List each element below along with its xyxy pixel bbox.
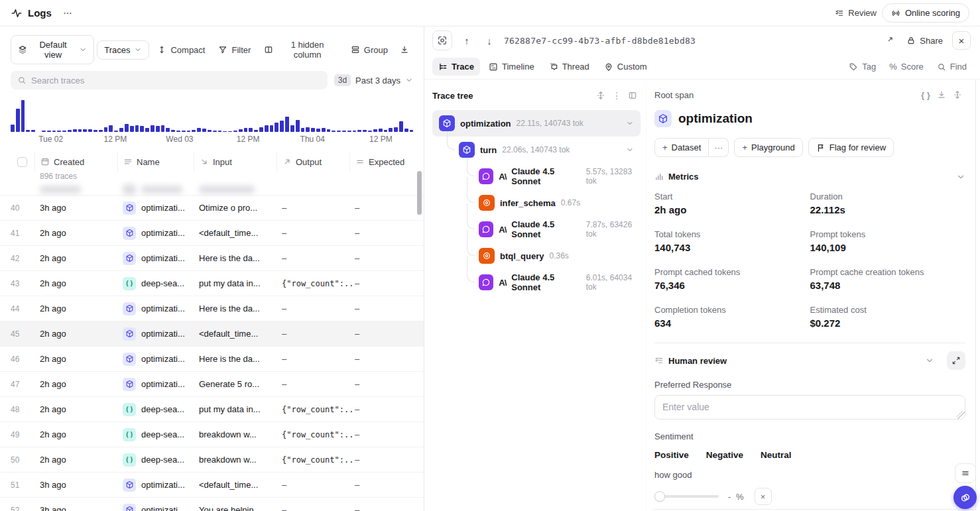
table-row[interactable]: 412h agooptimizati...<default_time...–– xyxy=(0,220,424,245)
histogram-bar[interactable] xyxy=(389,128,393,132)
histogram-bar[interactable] xyxy=(327,129,331,132)
sentiment-positive-button[interactable]: Positive xyxy=(654,450,689,460)
histogram-bar[interactable] xyxy=(73,129,77,132)
histogram-bar[interactable] xyxy=(182,131,186,132)
search-input[interactable] xyxy=(31,76,321,85)
histogram-bar[interactable] xyxy=(11,125,15,132)
histogram-bar[interactable] xyxy=(322,128,326,132)
histogram-bar[interactable] xyxy=(156,126,160,132)
mode-selector[interactable]: Traces xyxy=(97,40,149,60)
table-row[interactable]: 472h agooptimizati...Generate 5 ro...–– xyxy=(0,371,424,396)
slider-knob[interactable] xyxy=(654,491,665,502)
open-playground-button[interactable]: + Playground xyxy=(734,138,802,157)
table-scrollbar[interactable] xyxy=(417,171,422,215)
span-row-optimization[interactable]: optimization22.11s, 140743 tok xyxy=(432,110,641,137)
find-button[interactable]: Find xyxy=(932,58,972,75)
table-row[interactable]: 482h ago()deep-sea...put my data in...{"… xyxy=(0,396,424,422)
hidden-columns-button[interactable]: 1 hidden column xyxy=(259,36,343,63)
group-button[interactable]: Group xyxy=(345,42,393,58)
preferred-response-input[interactable] xyxy=(654,395,965,420)
histogram-bar[interactable] xyxy=(254,130,258,132)
span-row-btql-query[interactable]: btql_query0.36s xyxy=(432,243,641,269)
table-row[interactable]: 513h agooptimizati...<default_time...–– xyxy=(0,472,424,497)
table-row[interactable]: 502h ago()deep-sea...breakdown w...{"row… xyxy=(0,447,424,472)
floating-menu-button[interactable] xyxy=(955,463,976,483)
histogram-bar[interactable] xyxy=(166,128,170,132)
histogram-bar[interactable] xyxy=(62,131,66,132)
histogram-bar[interactable] xyxy=(202,129,206,132)
expand-span-button[interactable] xyxy=(949,87,965,103)
histogram-bar[interactable] xyxy=(21,100,25,132)
histogram-bar[interactable] xyxy=(259,127,263,132)
histogram-bar[interactable] xyxy=(57,131,61,132)
dataset-more-button[interactable]: ··· xyxy=(709,138,729,157)
compact-button[interactable]: Compact xyxy=(152,42,210,58)
histogram-bar[interactable] xyxy=(285,117,289,132)
histogram-bar[interactable] xyxy=(301,128,305,132)
tab-custom[interactable]: Custom xyxy=(598,58,653,76)
histogram-bar[interactable] xyxy=(290,125,294,132)
table-row[interactable]: 442h agooptimizati...Here is the da...–– xyxy=(0,296,424,321)
histogram-bar[interactable] xyxy=(306,127,310,132)
flag-for-review-button[interactable]: Flag for review xyxy=(808,138,894,157)
span-row-claude-4-5-sonnet[interactable]: A\Claude 4.5 Sonnet5.57s, 13283 tok xyxy=(432,163,641,190)
tab-thread[interactable]: Thread xyxy=(543,58,595,76)
histogram-bar[interactable] xyxy=(404,129,408,132)
column-header-created[interactable]: Created xyxy=(34,152,123,172)
column-header-input[interactable]: Input xyxy=(194,152,282,172)
page-menu-button[interactable]: ··· xyxy=(58,5,78,21)
open-external-button[interactable] xyxy=(881,32,897,48)
review-button[interactable]: Review xyxy=(829,5,882,21)
histogram-bar[interactable] xyxy=(161,125,165,132)
histogram-bar[interactable] xyxy=(239,129,243,132)
tab-trace[interactable]: Trace xyxy=(432,58,480,76)
histogram-bar[interactable] xyxy=(311,128,315,132)
share-button[interactable]: Share xyxy=(904,32,946,49)
histogram-bar[interactable] xyxy=(342,131,346,132)
histogram-bar[interactable] xyxy=(394,127,398,132)
histogram-bar[interactable] xyxy=(197,128,201,132)
online-scoring-button[interactable]: Online scoring xyxy=(882,3,969,23)
histogram-bar[interactable] xyxy=(26,130,30,132)
histogram-bar[interactable] xyxy=(93,130,97,132)
histogram-bar[interactable] xyxy=(130,126,134,132)
histogram-bar[interactable] xyxy=(36,131,40,132)
histogram-bar[interactable] xyxy=(68,130,72,132)
histogram-bar[interactable] xyxy=(280,121,284,132)
histogram-bar[interactable] xyxy=(384,130,388,132)
histogram-bar[interactable] xyxy=(373,129,377,132)
histogram-bar[interactable] xyxy=(145,128,149,132)
column-header-expected[interactable]: Expected xyxy=(349,152,424,172)
histogram-bar[interactable] xyxy=(275,123,278,132)
tree-panel-toggle-button[interactable] xyxy=(625,87,641,103)
table-row[interactable]: 432h ago()deep-sea...put my data in...{"… xyxy=(0,270,424,296)
table-row[interactable]: 492h ago()deep-sea...breakdown w...{"row… xyxy=(0,422,424,447)
column-header-output[interactable]: Output xyxy=(276,152,355,172)
table-row[interactable]: 523h agooptimizati...You are helpin...–– xyxy=(0,497,424,511)
column-header-name[interactable]: Name xyxy=(117,152,199,172)
histogram-bar[interactable] xyxy=(88,129,92,132)
collapse-chevron-icon[interactable] xyxy=(626,146,634,154)
histogram-bar[interactable] xyxy=(353,131,357,132)
histogram-bar[interactable] xyxy=(31,130,35,132)
histogram-bar[interactable] xyxy=(208,130,212,132)
histogram-bar[interactable] xyxy=(270,125,274,132)
metrics-section-header[interactable]: Metrics xyxy=(654,172,965,182)
view-json-button[interactable]: { } xyxy=(918,87,934,103)
histogram-bar[interactable] xyxy=(109,125,113,132)
histogram-bar[interactable] xyxy=(410,130,414,132)
histogram-bar[interactable] xyxy=(47,131,51,132)
histogram-bar[interactable] xyxy=(83,129,87,132)
prev-trace-button[interactable]: ↑ xyxy=(459,32,475,48)
span-row-claude-4-5-sonnet[interactable]: A\Claude 4.5 Sonnet7.87s, 63426 tok xyxy=(432,216,641,243)
histogram-bars[interactable] xyxy=(11,99,413,132)
histogram-bar[interactable] xyxy=(52,131,56,132)
histogram-bar[interactable] xyxy=(42,131,46,132)
histogram-bar[interactable] xyxy=(151,125,154,132)
view-selector[interactable]: Default view xyxy=(11,35,94,64)
collapse-chevron-icon[interactable] xyxy=(626,119,634,127)
table-row[interactable]: 403h agooptimizati...Otimize o pro...–– xyxy=(0,195,424,220)
histogram-bar[interactable] xyxy=(347,131,351,132)
filter-button[interactable]: Filter xyxy=(213,42,256,58)
histogram-bar[interactable] xyxy=(399,121,403,132)
